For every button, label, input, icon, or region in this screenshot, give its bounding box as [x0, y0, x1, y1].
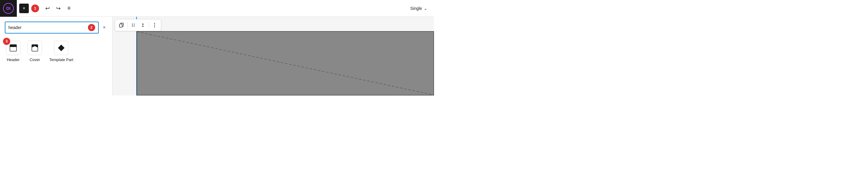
- content-area: [113, 17, 434, 96]
- svg-rect-5: [120, 24, 122, 27]
- block-item-template-part[interactable]: Template Part: [49, 41, 73, 62]
- block-grid: 3 Header: [5, 41, 107, 62]
- gray-block-placeholder: [136, 31, 434, 96]
- search-input[interactable]: [8, 25, 86, 30]
- svg-rect-1: [10, 45, 17, 47]
- step-badge-1: 1: [31, 4, 39, 12]
- svg-point-11: [134, 26, 134, 27]
- copy-block-button[interactable]: [117, 21, 126, 30]
- main-layout: 2 × 3 Header: [0, 17, 434, 96]
- template-part-block-label: Template Part: [49, 58, 73, 62]
- move-block-button[interactable]: [138, 21, 147, 30]
- list-icon: ≡: [67, 5, 71, 11]
- list-view-button[interactable]: ≡: [64, 4, 74, 13]
- clear-icon: ×: [103, 25, 106, 30]
- redo-icon: ↪: [56, 5, 61, 12]
- top-bar: DI × 1 ↩ ↪ ≡ Single ⌄: [0, 0, 434, 17]
- svg-point-10: [132, 26, 133, 27]
- logo-text: DI: [6, 6, 10, 11]
- sidebar: 2 × 3 Header: [0, 17, 113, 96]
- block-grid-badge: 3: [3, 38, 10, 45]
- undo-icon: ↩: [45, 5, 50, 12]
- svg-point-6: [132, 24, 133, 24]
- diagonal-line: [137, 32, 433, 95]
- close-icon: ×: [23, 6, 25, 11]
- search-row: 2 ×: [5, 22, 107, 34]
- svg-line-15: [137, 32, 433, 95]
- svg-point-13: [154, 25, 155, 26]
- more-options-button[interactable]: [150, 21, 159, 30]
- close-button[interactable]: ×: [19, 4, 29, 13]
- svg-point-7: [134, 24, 134, 24]
- logo: DI: [3, 3, 14, 14]
- block-toolbar: [115, 19, 161, 31]
- view-selector[interactable]: Single ⌄: [407, 4, 430, 12]
- toolbar-divider-2: [149, 22, 149, 28]
- cover-block-label: Cover: [30, 58, 40, 62]
- chevron-down-icon: ⌄: [424, 6, 427, 11]
- cover-block-icon: [28, 41, 42, 55]
- svg-marker-3: [58, 45, 65, 51]
- toolbar-icons: ↩ ↪ ≡: [42, 4, 74, 13]
- toolbar-divider: [127, 22, 128, 28]
- search-box: 2: [5, 22, 99, 34]
- block-item-cover[interactable]: Cover: [28, 41, 42, 62]
- search-result-badge: 2: [88, 24, 95, 31]
- svg-point-14: [154, 27, 155, 28]
- drag-block-button[interactable]: [129, 21, 138, 30]
- svg-point-9: [134, 25, 134, 26]
- redo-button[interactable]: ↪: [54, 4, 63, 13]
- undo-button[interactable]: ↩: [42, 4, 52, 13]
- template-part-block-icon: [54, 41, 68, 55]
- view-label: Single: [410, 6, 422, 11]
- logo-block: DI: [0, 0, 17, 17]
- block-item-header[interactable]: 3 Header: [6, 41, 21, 62]
- header-block-label: Header: [7, 58, 20, 62]
- svg-point-12: [154, 23, 155, 24]
- clear-search-button[interactable]: ×: [101, 24, 107, 31]
- svg-point-8: [132, 25, 133, 26]
